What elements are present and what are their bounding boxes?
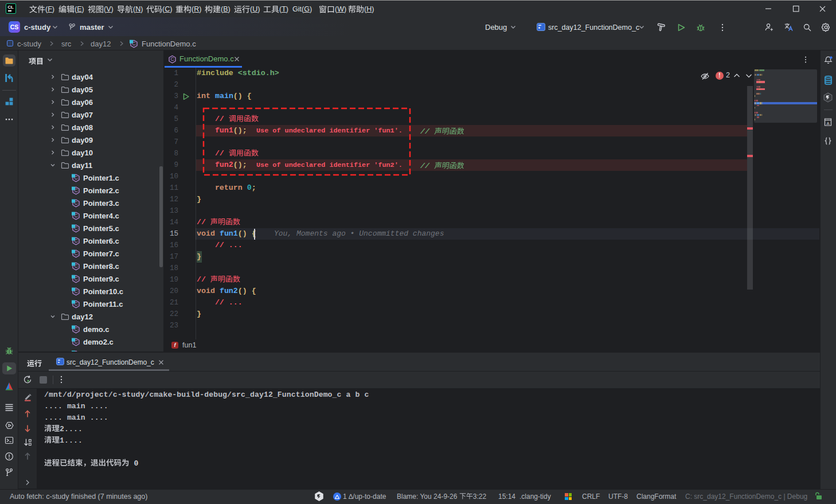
svg-text:A: A <box>826 121 829 126</box>
svg-text:C: C <box>170 56 174 62</box>
